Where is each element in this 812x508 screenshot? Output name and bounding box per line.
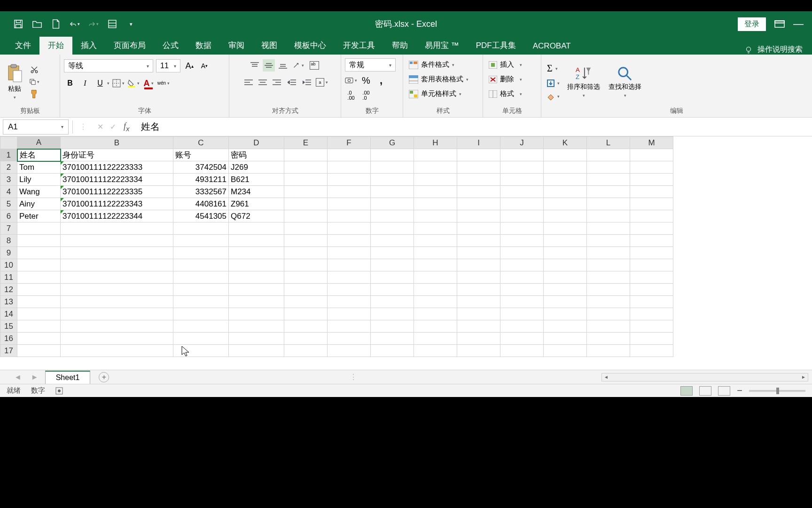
cell-B5[interactable]: 370100111122223343 bbox=[61, 198, 173, 210]
cell-B7[interactable] bbox=[61, 222, 173, 235]
cell-F3[interactable] bbox=[328, 174, 371, 186]
cell-A12[interactable] bbox=[17, 284, 61, 296]
cell-L1[interactable] bbox=[587, 149, 630, 161]
cell-E14[interactable] bbox=[284, 308, 328, 320]
number-format-select[interactable]: 常规▾ bbox=[345, 58, 396, 71]
cell-H3[interactable] bbox=[414, 174, 457, 186]
cell-M11[interactable] bbox=[630, 271, 673, 284]
cell-M7[interactable] bbox=[630, 222, 673, 235]
cell-M14[interactable] bbox=[630, 308, 673, 320]
cell-G12[interactable] bbox=[371, 284, 414, 296]
cell-J15[interactable] bbox=[500, 320, 544, 333]
cell-B1[interactable]: 身份证号 bbox=[61, 149, 173, 161]
cell-A14[interactable] bbox=[17, 308, 61, 320]
cell-A8[interactable] bbox=[17, 235, 61, 247]
cell-H15[interactable] bbox=[414, 320, 457, 333]
cell-A1[interactable]: 姓名 bbox=[17, 149, 61, 161]
cell-A16[interactable] bbox=[17, 333, 61, 345]
macro-record-icon[interactable] bbox=[55, 387, 63, 395]
cell-L16[interactable] bbox=[587, 333, 630, 345]
align-center-icon[interactable] bbox=[257, 76, 269, 88]
cell-B16[interactable] bbox=[61, 333, 173, 345]
fill-color-icon[interactable] bbox=[127, 77, 140, 89]
cell-L4[interactable] bbox=[587, 186, 630, 198]
cell-A9[interactable] bbox=[17, 247, 61, 259]
align-left-icon[interactable] bbox=[242, 76, 255, 88]
format-cells-button[interactable]: 格式▾ bbox=[487, 88, 524, 99]
sheet-nav-next[interactable]: ► bbox=[28, 373, 41, 381]
cell-L8[interactable] bbox=[587, 235, 630, 247]
zoom-out-icon[interactable]: − bbox=[737, 385, 742, 396]
cell-H6[interactable] bbox=[414, 210, 457, 222]
cell-M13[interactable] bbox=[630, 296, 673, 308]
cell-G14[interactable] bbox=[371, 308, 414, 320]
redo-icon[interactable]: ▾ bbox=[88, 19, 99, 29]
sheet-nav-prev[interactable]: ◄ bbox=[11, 373, 24, 381]
cell-D14[interactable] bbox=[229, 308, 284, 320]
pinyin-icon[interactable]: wén bbox=[157, 77, 170, 89]
cell-H1[interactable] bbox=[414, 149, 457, 161]
bold-button[interactable]: B bbox=[64, 77, 76, 89]
row-header-12[interactable]: 12 bbox=[0, 284, 17, 296]
cell-M12[interactable] bbox=[630, 284, 673, 296]
login-button[interactable]: 登录 bbox=[738, 17, 766, 31]
cell-M17[interactable] bbox=[630, 345, 673, 357]
align-bottom-icon[interactable] bbox=[277, 59, 289, 71]
cell-M9[interactable] bbox=[630, 247, 673, 259]
cell-E6[interactable] bbox=[284, 210, 328, 222]
row-header-1[interactable]: 1 bbox=[0, 149, 17, 161]
cell-E2[interactable] bbox=[284, 161, 328, 174]
cell-B8[interactable] bbox=[61, 235, 173, 247]
cell-I16[interactable] bbox=[457, 333, 500, 345]
cell-I2[interactable] bbox=[457, 161, 500, 174]
cell-K1[interactable] bbox=[544, 149, 587, 161]
cell-B4[interactable]: 370100111122223335 bbox=[61, 186, 173, 198]
cell-H8[interactable] bbox=[414, 235, 457, 247]
accounting-format-icon[interactable] bbox=[345, 74, 357, 87]
cell-I12[interactable] bbox=[457, 284, 500, 296]
cell-A5[interactable]: Ainy bbox=[17, 198, 61, 210]
cell-styles-button[interactable]: 单元格样式▾ bbox=[407, 88, 463, 99]
row-header-6[interactable]: 6 bbox=[0, 210, 17, 222]
column-header-K[interactable]: K bbox=[544, 137, 587, 149]
cell-E17[interactable] bbox=[284, 345, 328, 357]
cell-A4[interactable]: Wang bbox=[17, 186, 61, 198]
row-header-9[interactable]: 9 bbox=[0, 247, 17, 259]
tab-pdf[interactable]: PDF工具集 bbox=[468, 36, 524, 55]
cell-D4[interactable]: M234 bbox=[229, 186, 284, 198]
zoom-slider[interactable] bbox=[749, 390, 805, 392]
cell-K2[interactable] bbox=[544, 161, 587, 174]
select-all-corner[interactable] bbox=[0, 137, 17, 149]
cell-I1[interactable] bbox=[457, 149, 500, 161]
cell-H13[interactable] bbox=[414, 296, 457, 308]
cell-E4[interactable] bbox=[284, 186, 328, 198]
cell-F14[interactable] bbox=[328, 308, 371, 320]
cell-H16[interactable] bbox=[414, 333, 457, 345]
cell-G2[interactable] bbox=[371, 161, 414, 174]
cell-G5[interactable] bbox=[371, 198, 414, 210]
cell-E5[interactable] bbox=[284, 198, 328, 210]
qat-customize-icon[interactable]: ▾ bbox=[126, 19, 136, 29]
cell-K11[interactable] bbox=[544, 271, 587, 284]
cell-I10[interactable] bbox=[457, 259, 500, 271]
cell-J2[interactable] bbox=[500, 161, 544, 174]
cell-H5[interactable] bbox=[414, 198, 457, 210]
column-header-H[interactable]: H bbox=[414, 137, 457, 149]
touch-mode-icon[interactable] bbox=[107, 19, 117, 29]
conditional-format-button[interactable]: 条件格式▾ bbox=[407, 59, 456, 70]
cell-L7[interactable] bbox=[587, 222, 630, 235]
cell-G1[interactable] bbox=[371, 149, 414, 161]
cell-F6[interactable] bbox=[328, 210, 371, 222]
cell-L2[interactable] bbox=[587, 161, 630, 174]
cell-D17[interactable] bbox=[229, 345, 284, 357]
row-header-4[interactable]: 4 bbox=[0, 186, 17, 198]
cancel-formula-icon[interactable]: ✕ bbox=[97, 122, 103, 131]
cell-B10[interactable] bbox=[61, 259, 173, 271]
cell-H12[interactable] bbox=[414, 284, 457, 296]
cell-C6[interactable]: 4541305 bbox=[173, 210, 229, 222]
column-header-B[interactable]: B bbox=[61, 137, 173, 149]
cell-F15[interactable] bbox=[328, 320, 371, 333]
cell-E12[interactable] bbox=[284, 284, 328, 296]
cell-K15[interactable] bbox=[544, 320, 587, 333]
cell-C15[interactable] bbox=[173, 320, 229, 333]
